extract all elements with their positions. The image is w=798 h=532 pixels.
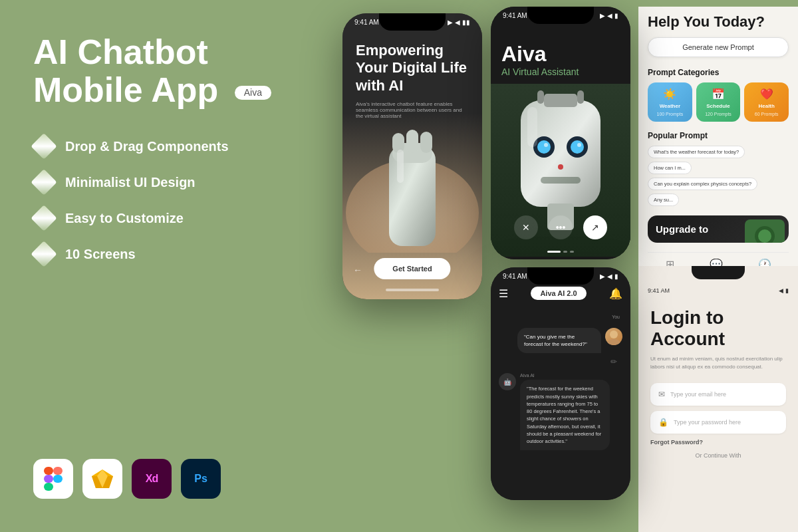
ps-logo: Ps xyxy=(181,459,221,499)
lock-icon: 🔒 xyxy=(658,418,668,427)
prompt-chip-4[interactable]: Any su... xyxy=(648,194,679,206)
phone1-mockup: 9:41 AM ▶ ◀ ▮▮ Empowering Your Digital L… xyxy=(342,13,482,299)
phone2-notch xyxy=(527,7,594,24)
forgot-password-link[interactable]: Forgot Password? xyxy=(650,439,786,446)
svg-rect-12 xyxy=(392,133,404,153)
phones-area: 9:41 AM ▶ ◀ ▮▮ Empowering Your Digital L… xyxy=(332,0,798,532)
health-name: Health xyxy=(758,103,774,109)
email-input[interactable]: ✉ Type your email here xyxy=(650,383,786,406)
schedule-count: 120 Prompts xyxy=(705,112,732,116)
prompt-categories: ☀️ Weather 100 Prompts 📅 Schedule 120 Pr… xyxy=(648,82,789,122)
user-label: You xyxy=(612,315,620,319)
password-placeholder: Type your password here xyxy=(674,419,741,426)
feature-text-minimal: Minimalist UI Design xyxy=(65,175,196,190)
generate-prompt-button[interactable]: Generate new Prompt xyxy=(648,37,789,57)
feature-item-drag: Drop & Drag Components xyxy=(33,136,299,157)
chat-messages: You "Can you give me the forecast for th… xyxy=(491,304,630,470)
phone-col-2: 9:41 AM ▶ ◀ ▮ Aiva AI Virtual Assistant xyxy=(485,7,638,500)
prompt-panel: Help You Today? Generate new Prompt Prom… xyxy=(638,7,798,266)
title-line1: AI Chatbot xyxy=(33,33,208,71)
login-panel: 9:41 AM ◀ ▮ Login to Account Ut enum ad … xyxy=(638,266,798,532)
nav-x-button[interactable]: ✕ xyxy=(514,215,538,239)
nav-history-icon[interactable]: 🕐 xyxy=(758,258,771,266)
password-input[interactable]: 🔒 Type your password here xyxy=(650,411,786,434)
svg-rect-2 xyxy=(44,475,53,483)
svg-rect-27 xyxy=(537,90,544,104)
mini-nav: ⊞ 💬 🕐 xyxy=(648,252,789,266)
feature-item-screens: 10 Screens xyxy=(33,243,299,265)
phone3-mockup: 9:41 AM ▶ ◀ ▮ ☰ Aiva AI 2.0 🔔 You "Can y… xyxy=(491,267,630,500)
nav-chat-icon[interactable]: 💬 xyxy=(710,258,723,266)
user-bubble: "Can you give me the forecast for the we… xyxy=(517,328,601,353)
bell-icon[interactable]: 🔔 xyxy=(609,287,622,300)
phone1-back-arrow: ← xyxy=(353,265,362,275)
features-list: Drop & Drag Components Minimalist UI Des… xyxy=(33,136,299,265)
category-schedule[interactable]: 📅 Schedule 120 Prompts xyxy=(696,82,741,122)
aiva-header: Aiva AI Virtual Assistant xyxy=(491,22,630,84)
prompt-chip-2[interactable]: How can I m... xyxy=(648,162,692,174)
feature-item-minimal: Minimalist UI Design xyxy=(33,172,299,193)
figma-logo xyxy=(33,459,73,499)
ai-avatar: 🤖 xyxy=(499,373,516,390)
nav-home-icon[interactable]: ⊞ xyxy=(666,258,674,266)
weather-count: 100 Prompts xyxy=(656,112,683,116)
phone3-signals: ▶ ◀ ▮ xyxy=(600,273,618,280)
phone1-title: Empowering Your Digital Life with AI xyxy=(342,29,482,101)
nav-arrow-button[interactable]: ↗ xyxy=(583,215,607,239)
ai-label: Aiva AI xyxy=(520,373,610,378)
phone1-home-indicator xyxy=(386,289,439,291)
svg-rect-28 xyxy=(577,90,584,104)
feature-text-drag: Drop & Drag Components xyxy=(65,139,229,154)
health-count: 60 Prompts xyxy=(755,112,779,116)
popular-prompts-list: What's the weather forecast for today? H… xyxy=(648,146,789,206)
upgrade-image xyxy=(745,219,785,243)
category-weather[interactable]: ☀️ Weather 100 Prompts xyxy=(648,82,692,122)
login-time: 9:41 AM xyxy=(648,287,670,294)
ai-bubble: "The forecast for the weekend predicts m… xyxy=(520,380,610,450)
phone3-content: 9:41 AM ▶ ◀ ▮ ☰ Aiva AI 2.0 🔔 You "Can y… xyxy=(491,267,630,500)
phone1-time: 9:41 AM xyxy=(354,19,379,26)
user-avatar xyxy=(605,328,622,345)
right-side-col: Help You Today? Generate new Prompt Prom… xyxy=(638,7,798,532)
login-notch xyxy=(692,266,745,279)
svg-rect-15 xyxy=(397,150,404,183)
svg-point-21 xyxy=(571,140,584,154)
svg-rect-1 xyxy=(53,467,63,475)
feature-item-easy: Easy to Customize xyxy=(33,207,299,229)
login-description: Ut enum ad minim veniam, quis nostrud ex… xyxy=(650,355,786,371)
aiva-ai-label: Aiva AI 2.0 xyxy=(531,287,586,300)
phone-col-1: 9:41 AM ▶ ◀ ▮▮ Empowering Your Digital L… xyxy=(332,7,485,299)
popular-title: Popular Prompt xyxy=(648,131,789,140)
diamond-icon-easy xyxy=(33,207,55,229)
get-started-button[interactable]: Get Started xyxy=(374,258,450,279)
hamburger-icon[interactable]: ☰ xyxy=(499,287,508,300)
svg-rect-13 xyxy=(406,130,418,153)
diamond-icon-minimal xyxy=(33,172,55,193)
phone2-nav: ✕ ••• ↗ xyxy=(491,215,630,239)
nav-more-button[interactable]: ••• xyxy=(549,215,573,239)
or-continue-text: Or Continue With xyxy=(650,452,786,459)
svg-rect-0 xyxy=(44,467,53,475)
title-line2: Mobile App xyxy=(33,70,218,109)
prompt-chip-1[interactable]: What's the weather forecast for today? xyxy=(648,146,745,158)
weather-name: Weather xyxy=(660,103,680,109)
svg-rect-30 xyxy=(527,107,537,147)
left-panel: AI Chatbot Mobile App Aiva Drop & Drag C… xyxy=(0,0,332,532)
upgrade-banner[interactable]: Upgrade to xyxy=(648,215,789,243)
category-health[interactable]: ❤️ Health 60 Prompts xyxy=(744,82,789,122)
svg-point-31 xyxy=(610,331,618,338)
weather-icon: ☀️ xyxy=(663,88,676,100)
edit-icon[interactable]: ✏ xyxy=(499,357,617,366)
svg-rect-25 xyxy=(541,177,581,184)
aiva-name: Aiva xyxy=(501,42,620,66)
svg-rect-4 xyxy=(44,483,53,491)
diamond-icon-drag xyxy=(33,136,55,157)
sketch-logo xyxy=(82,459,122,499)
user-label-area: You xyxy=(499,309,620,321)
login-signals: ◀ ▮ xyxy=(779,287,789,294)
svg-rect-26 xyxy=(544,94,577,107)
phone2-mockup: 9:41 AM ▶ ◀ ▮ Aiva AI Virtual Assistant xyxy=(491,7,630,259)
feature-text-easy: Easy to Customize xyxy=(65,211,184,226)
prompt-chip-3[interactable]: Can you explain complex physics concepts… xyxy=(648,178,757,190)
phone2-signals: ▶ ◀ ▮ xyxy=(600,12,618,19)
